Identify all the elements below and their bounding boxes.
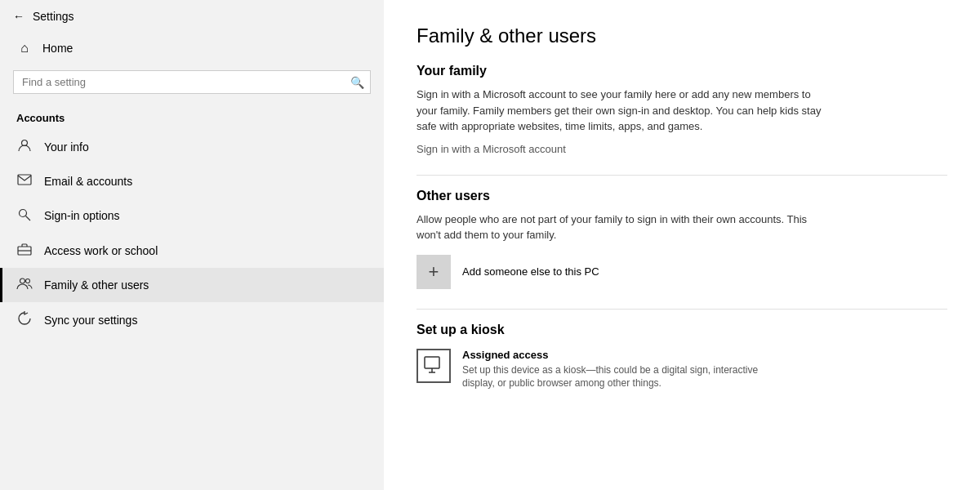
- assigned-access-icon: [416, 349, 451, 383]
- briefcase-icon: [16, 243, 33, 259]
- other-users-title: Other users: [416, 189, 947, 203]
- kiosk-row: Assigned access Set up this device as a …: [416, 349, 947, 391]
- sidebar-item-sync-settings[interactable]: Sync your settings: [0, 302, 384, 338]
- plus-icon: +: [429, 261, 439, 283]
- divider-2: [416, 309, 947, 310]
- people-icon: [16, 277, 33, 293]
- accounts-section-label: Accounts: [0, 100, 384, 129]
- sidebar: ← Settings ⌂ Home 🔍 Accounts Your info E…: [0, 0, 384, 490]
- family-users-label: Family & other users: [44, 278, 149, 292]
- sidebar-item-access-work[interactable]: Access work or school: [0, 234, 384, 268]
- search-icon-button[interactable]: 🔍: [350, 76, 364, 89]
- key-icon: [16, 207, 33, 225]
- home-icon: ⌂: [16, 41, 33, 56]
- svg-point-5: [20, 278, 25, 283]
- your-info-label: Your info: [44, 140, 89, 154]
- sync-settings-label: Sync your settings: [44, 314, 137, 327]
- sidebar-header: ← Settings: [0, 0, 384, 33]
- sidebar-item-sign-in[interactable]: Sign-in options: [0, 198, 384, 234]
- svg-rect-7: [425, 357, 439, 368]
- svg-point-2: [20, 210, 27, 217]
- add-user-icon-box[interactable]: +: [416, 255, 451, 289]
- search-box: 🔍: [13, 70, 371, 94]
- email-icon: [16, 174, 33, 189]
- search-input[interactable]: [13, 70, 371, 94]
- other-users-description: Allow people who are not part of your fa…: [416, 212, 825, 243]
- sidebar-item-family-users[interactable]: Family & other users: [0, 268, 384, 302]
- divider-1: [416, 175, 947, 176]
- back-button[interactable]: ←: [13, 10, 24, 23]
- assigned-access-title: Assigned access: [462, 349, 773, 361]
- kiosk-title: Set up a kiosk: [416, 323, 947, 337]
- add-user-row[interactable]: + Add someone else to this PC: [416, 255, 947, 289]
- add-user-label: Add someone else to this PC: [462, 265, 599, 278]
- svg-point-6: [26, 279, 30, 283]
- sign-in-link[interactable]: Sign in with a Microsoft account: [416, 143, 947, 155]
- page-title: Family & other users: [416, 24, 947, 47]
- assigned-access-desc: Set up this device as a kiosk—this could…: [462, 363, 773, 391]
- home-nav-item[interactable]: ⌂ Home: [0, 33, 384, 64]
- kiosk-text-group: Assigned access Set up this device as a …: [462, 349, 773, 391]
- home-label: Home: [42, 42, 73, 55]
- svg-rect-1: [18, 175, 31, 185]
- sign-in-label: Sign-in options: [44, 209, 120, 222]
- your-family-description: Sign in with a Microsoft account to see …: [416, 87, 825, 135]
- sidebar-item-email-accounts[interactable]: Email & accounts: [0, 165, 384, 198]
- sidebar-item-your-info[interactable]: Your info: [0, 129, 384, 165]
- settings-title: Settings: [33, 10, 74, 23]
- main-content: Family & other users Your family Sign in…: [384, 0, 980, 490]
- your-info-icon: [16, 138, 33, 156]
- sync-icon: [16, 311, 33, 329]
- email-accounts-label: Email & accounts: [44, 175, 132, 188]
- your-family-title: Your family: [416, 64, 947, 78]
- access-work-label: Access work or school: [44, 244, 158, 257]
